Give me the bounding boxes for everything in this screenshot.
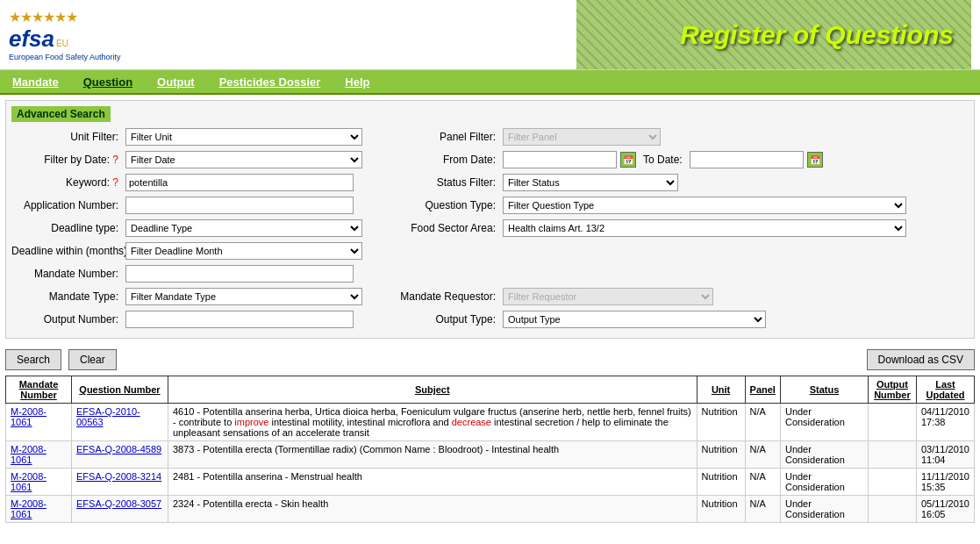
question-type-group: Question Type: Filter Question Type	[389, 197, 969, 214]
output-number-input[interactable]	[125, 311, 354, 328]
mandate-type-select[interactable]: Filter Mandate Type	[125, 288, 362, 305]
panel-filter-label: Panel Filter:	[389, 131, 503, 143]
question-number-link[interactable]: EFSA-Q-2008-3214	[76, 471, 161, 482]
col-status[interactable]: Status	[780, 376, 868, 404]
col-mandate-number[interactable]: Mandate Number	[6, 376, 72, 404]
advanced-search-panel: Advanced Search Unit Filter: Filter Unit…	[5, 100, 975, 339]
filter-date-select[interactable]: Filter Date	[125, 151, 362, 168]
question-number-link[interactable]: EFSA-Q-2010-00563	[76, 406, 140, 427]
deadline-within-group: Deadline within (months): Filter Deadlin…	[11, 242, 389, 260]
logo-eu-badge: EU	[56, 39, 68, 48]
results-table: Mandate Number Question Number Subject U…	[5, 376, 975, 523]
output-number-group: Output Number:	[11, 311, 389, 328]
application-number-input[interactable]	[125, 197, 354, 214]
unit-cell: Nutrition	[697, 469, 745, 496]
unit-cell: Nutrition	[697, 441, 745, 469]
status-filter-group: Status Filter: Filter Status	[389, 174, 969, 191]
search-row-output: Output Number: Output Type: Output Type	[11, 310, 969, 329]
mandate-number-link[interactable]: M-2008-1061	[11, 498, 46, 519]
mandate-number-link[interactable]: M-2008-1061	[11, 406, 46, 427]
from-date-calendar-icon[interactable]: 📅	[620, 152, 636, 168]
output-number-cell	[868, 496, 916, 523]
panel-cell: N/A	[745, 469, 780, 496]
date-range-group: From Date: 📅 To Date: 📅	[389, 151, 969, 168]
nav-question[interactable]: Question	[71, 71, 145, 93]
question-number-link[interactable]: EFSA-Q-2008-3057	[76, 498, 161, 509]
to-date-calendar-icon[interactable]: 📅	[807, 152, 823, 168]
question-number-link[interactable]: EFSA-Q-2008-4589	[76, 444, 161, 455]
table-row: M-2008-1061EFSA-Q-2010-005634610 - Poten…	[6, 404, 975, 441]
keyword-help[interactable]: ?	[112, 176, 118, 189]
panel-cell: N/A	[745, 496, 780, 523]
left-buttons: Search Clear	[5, 349, 117, 370]
mandate-number-input[interactable]	[125, 265, 354, 283]
search-row-mandate-type: Mandate Type: Filter Mandate Type Mandat…	[11, 287, 969, 306]
subject-cell: 2481 - Potentilla anserina - Menstrual h…	[168, 469, 697, 496]
subject-cell: 3873 - Potentilla erecta (Tormentillae r…	[168, 441, 697, 469]
table-row: M-2008-1061EFSA-Q-2008-32142481 - Potent…	[6, 469, 975, 496]
col-panel[interactable]: Panel	[745, 376, 780, 404]
search-panel-title: Advanced Search	[11, 106, 111, 122]
keyword-input[interactable]: potentilla	[125, 174, 354, 191]
last-updated-cell: 05/11/2010 16:05	[916, 496, 974, 523]
deadline-within-label: Deadline within (months):	[11, 245, 125, 257]
status-filter-select[interactable]: Filter Status	[503, 174, 678, 191]
mandate-type-group: Mandate Type: Filter Mandate Type	[11, 288, 389, 305]
last-updated-cell: 11/11/2010 15:35	[916, 469, 974, 496]
subject-cell: 4610 - Potentilla anserina herba, Urtica…	[168, 404, 697, 441]
filter-date-group: Filter by Date: ? Filter Date	[11, 151, 389, 168]
last-updated-cell: 04/11/2010 17:38	[916, 404, 974, 441]
from-date-input[interactable]	[503, 151, 617, 168]
search-row-keyword: Keyword: ? potentilla Status Filter: Fil…	[11, 173, 969, 192]
from-date-label: From Date:	[389, 154, 503, 166]
unit-filter-group: Unit Filter: Filter Unit	[11, 128, 389, 146]
nav-help[interactable]: Help	[333, 71, 382, 93]
col-subject[interactable]: Subject	[168, 376, 697, 404]
mandate-number-link[interactable]: M-2008-1061	[11, 471, 46, 492]
table-header-row: Mandate Number Question Number Subject U…	[6, 376, 975, 404]
mandate-type-label: Mandate Type:	[11, 290, 125, 303]
deadline-within-select[interactable]: Filter Deadline Month	[125, 242, 362, 260]
deadline-type-select[interactable]: Deadline Type	[125, 219, 362, 237]
mandate-number-link[interactable]: M-2008-1061	[11, 444, 46, 465]
download-csv-button[interactable]: Download as CSV	[867, 349, 975, 370]
nav-pesticides[interactable]: Pesticides Dossier	[207, 71, 333, 93]
application-number-label: Application Number:	[11, 199, 125, 211]
question-type-select[interactable]: Filter Question Type	[503, 197, 906, 214]
col-unit[interactable]: Unit	[697, 376, 745, 404]
status-cell: Under Consideration	[780, 441, 868, 469]
clear-button[interactable]: Clear	[68, 349, 117, 370]
output-type-label: Output Type:	[389, 313, 503, 326]
status-cell: Under Consideration	[780, 496, 868, 523]
status-cell: Under Consideration	[780, 404, 868, 441]
output-type-select[interactable]: Output Type	[503, 311, 766, 328]
header: ★★★★★★ efsa EU European Food Safety Auth…	[0, 0, 980, 70]
logo-stars: ★★★★★★	[9, 9, 121, 25]
question-type-label: Question Type:	[389, 199, 503, 211]
nav-mandate[interactable]: Mandate	[0, 71, 71, 93]
unit-filter-label: Unit Filter:	[11, 131, 125, 143]
deadline-type-label: Deadline type:	[11, 222, 125, 234]
food-sector-select[interactable]: Health claims Art. 13/2	[503, 219, 906, 237]
keyword-group: Keyword: ? potentilla	[11, 174, 389, 191]
panel-filter-select[interactable]: Filter Panel	[503, 128, 661, 146]
output-number-cell	[868, 404, 916, 441]
subject-cell: 2324 - Potentilla erecta - Skin health	[168, 496, 697, 523]
search-row-deadline-food: Deadline type: Deadline Type Food Sector…	[11, 218, 969, 238]
mandate-requestor-select[interactable]: Filter Requestor	[503, 288, 713, 305]
col-last-updated[interactable]: Last Updated	[916, 376, 974, 404]
unit-filter-select[interactable]: Filter Unit	[125, 128, 362, 146]
filter-date-label: Filter by Date: ?	[11, 154, 125, 166]
search-button[interactable]: Search	[5, 349, 61, 370]
panel-cell: N/A	[745, 404, 780, 441]
mandate-requestor-group: Mandate Requestor: Filter Requestor	[389, 288, 969, 305]
col-question-number[interactable]: Question Number	[72, 376, 168, 404]
nav-output[interactable]: Output	[145, 71, 207, 93]
food-sector-group: Food Sector Area: Health claims Art. 13/…	[389, 219, 969, 237]
output-number-label: Output Number:	[11, 313, 125, 326]
to-date-input[interactable]	[690, 151, 804, 168]
unit-cell: Nutrition	[697, 404, 745, 441]
col-output-number[interactable]: Output Number	[868, 376, 916, 404]
status-cell: Under Consideration	[780, 469, 868, 496]
filter-date-help[interactable]: ?	[112, 154, 118, 166]
